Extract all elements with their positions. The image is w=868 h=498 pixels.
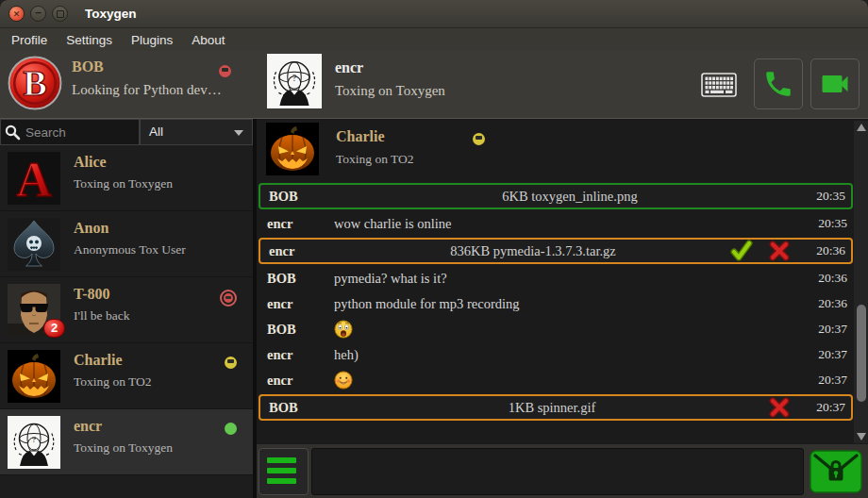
send-button[interactable] — [810, 450, 862, 493]
away-status-icon — [225, 357, 237, 369]
contact-status-message: I'll be back — [74, 308, 129, 324]
contact-status-message: Toxing on Toxygen — [74, 440, 173, 456]
contact-list: A Alice Toxing on Toxygen Anon Anonymous… — [0, 145, 253, 475]
chat-banner-charlie[interactable]: Charlie Toxing on TO2 — [257, 119, 868, 179]
toxygen-window: Toxygen ProfileSettingsPluginsAbout B BO… — [0, 0, 868, 498]
menubar: ProfileSettingsPluginsAbout — [0, 28, 868, 51]
close-icon[interactable] — [8, 6, 25, 22]
message-time: 20:36 — [804, 243, 851, 258]
busy-status-icon — [219, 65, 231, 77]
svg-text:A: A — [16, 153, 52, 205]
message-sender: BOB — [259, 271, 334, 287]
contact-name: Anon — [74, 220, 108, 237]
search-input[interactable] — [24, 121, 135, 143]
message-sender: encr — [259, 216, 334, 232]
self-status-icon — [219, 64, 231, 81]
cancel-file-button[interactable] — [768, 240, 791, 262]
contact-avatar: ? — [8, 416, 60, 469]
contact-name: Charlie — [74, 352, 123, 369]
banner-status-message: Toxing on TO2 — [336, 152, 414, 167]
message-input[interactable] — [311, 448, 804, 495]
menu-item-plugins[interactable]: Plugins — [131, 33, 173, 47]
contact-avatar — [8, 218, 60, 271]
file-transfer-label: 836KB pymedia-1.3.7.3.tar.gz — [336, 243, 730, 259]
message-content: pymedia? what is it? — [334, 271, 806, 287]
contact-avatar — [8, 350, 60, 403]
header: B BOB Looking for Python dev… ? encr Tox… — [0, 51, 868, 119]
message-sender: encr — [260, 243, 336, 259]
file-transfer-actions — [768, 396, 791, 419]
chat-partner-status-message: Toxing on Toxygen — [335, 83, 445, 99]
contact-filter-dropdown[interactable]: All — [140, 119, 253, 145]
message-sender: BOB — [259, 322, 334, 338]
message-content — [334, 318, 806, 340]
message-time: 20:37 — [806, 322, 853, 337]
svg-text:?: ? — [32, 435, 36, 444]
file-transfer-label: 1KB spinner.gif — [336, 400, 768, 416]
dropdown-caret-icon — [234, 130, 243, 136]
attachments-menu-button[interactable] — [259, 448, 309, 495]
keyboard-icon[interactable] — [701, 73, 737, 97]
message-content: python module for mp3 recording — [334, 296, 806, 312]
scroll-down-icon[interactable] — [857, 433, 866, 440]
menu-item-about[interactable]: About — [192, 33, 225, 47]
cancel-file-button[interactable] — [768, 396, 791, 419]
message-row: BOB 20:37 — [259, 317, 853, 341]
chat-area: Charlie Toxing on TO2 BOB 6KB toxygen_in… — [257, 119, 868, 498]
message-row: encr heh) 20:37 — [259, 342, 853, 367]
chat-scrollbar[interactable] — [854, 121, 868, 443]
scrollbar-thumb[interactable] — [857, 305, 866, 402]
accept-file-button[interactable] — [730, 240, 753, 262]
message-row: BOB 1KB spinner.gif 20:37 — [259, 394, 853, 421]
menu-item-settings[interactable]: Settings — [66, 33, 112, 47]
contact-row-encr[interactable]: ? encr Toxing on Toxygen — [0, 409, 253, 475]
message-row: encr 20:37 — [259, 368, 853, 392]
contact-row-alice[interactable]: A Alice Toxing on Toxygen — [0, 145, 253, 211]
message-time: 20:35 — [804, 189, 851, 204]
chat-partner-avatar: ? — [267, 54, 322, 108]
contact-status-message: Toxing on TO2 — [74, 374, 152, 390]
message-time: 20:36 — [806, 271, 853, 286]
message-list: BOB 6KB toxygen_inline.png 20:35 encr wo… — [259, 181, 853, 443]
accept-check-icon — [730, 240, 753, 262]
maximize-icon[interactable] — [52, 6, 68, 22]
window-controls — [8, 6, 68, 22]
contact-row-charlie[interactable]: Charlie Toxing on TO2 — [0, 343, 253, 409]
cancel-x-icon — [768, 240, 791, 262]
contact-name: T-800 — [74, 286, 110, 303]
contact-name: encr — [74, 418, 102, 435]
sidebar: All A Alice Toxing on Toxygen Anon Anony… — [0, 119, 253, 498]
smiling-face-emoji — [334, 371, 353, 390]
message-sender: BOB — [260, 189, 336, 205]
window-title: Toxygen — [85, 7, 137, 21]
contact-row-anon[interactable]: Anon Anonymous Tox User — [0, 211, 253, 277]
svg-text:?: ? — [292, 74, 296, 83]
contact-status-message: Anonymous Tox User — [74, 242, 186, 257]
contact-status-icon — [225, 356, 237, 373]
phone-icon — [762, 68, 794, 100]
message-content: heh) — [334, 347, 806, 363]
video-call-button[interactable] — [810, 58, 860, 109]
file-transfer-actions — [730, 240, 791, 262]
audio-call-button[interactable] — [754, 58, 803, 109]
message-time: 20:35 — [806, 216, 853, 231]
cancel-x-icon — [768, 396, 791, 419]
menu-item-profile[interactable]: Profile — [11, 33, 47, 47]
unread-badge: 2 — [43, 319, 65, 338]
banner-name: Charlie — [336, 128, 385, 145]
minimize-icon[interactable] — [30, 6, 46, 22]
contact-status-icon — [220, 290, 237, 307]
contact-row-t-800[interactable]: T-800 I'll be back 2 — [0, 277, 253, 343]
self-name: BOB — [72, 58, 104, 75]
self-avatar[interactable]: B — [8, 56, 62, 110]
banner-status-icon — [473, 132, 485, 149]
message-sender: BOB — [260, 400, 336, 416]
message-sender: encr — [259, 347, 334, 363]
hamburger-menu-icon — [267, 457, 296, 463]
message-time: 20:37 — [806, 347, 853, 362]
scroll-up-icon[interactable] — [857, 124, 866, 131]
search-icon — [5, 124, 21, 141]
svg-text:B: B — [23, 63, 47, 103]
videocam-icon — [818, 67, 852, 101]
search-row: All — [0, 119, 253, 145]
